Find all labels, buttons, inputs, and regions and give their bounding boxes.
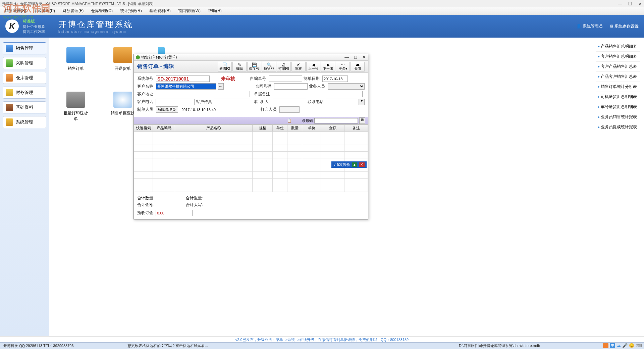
menu-item[interactable]: 窗口管理(W)	[176, 7, 203, 14]
dialog-icon	[136, 55, 140, 59]
dialog-close[interactable]: ✕	[362, 55, 366, 60]
tip-close[interactable]: ✕	[359, 162, 365, 167]
deposit-input[interactable]	[156, 210, 193, 216]
report-links: 产品销售汇总明细表 客户销售汇总明细表 客户产品销售汇总表 产品客户销售汇总表 …	[596, 42, 640, 132]
report-link[interactable]: 产品销售汇总明细表	[596, 42, 640, 52]
report-link[interactable]: 客户产品销售汇总表	[596, 62, 640, 72]
printer-input	[279, 106, 300, 113]
tray-icon[interactable]	[603, 343, 608, 348]
table-row[interactable]	[134, 138, 368, 145]
grid: 快速搜索 产品编码 产品名称 规格 单位 数量 单价 金额 备注	[134, 124, 368, 193]
status-dbpath: D:\河东软件园\开博仓库管理系统\data\kstore.mdb	[459, 343, 540, 348]
tray-icon[interactable]: 中	[610, 343, 615, 348]
sidebar-item-warehouse[interactable]: 仓库管理	[3, 72, 46, 84]
logo: K	[5, 19, 19, 33]
contact-input[interactable]	[273, 99, 306, 105]
minimize-button[interactable]: —	[618, 1, 622, 6]
slogan: 提升企业形象	[23, 24, 45, 29]
report-link[interactable]: 车号送货汇总明细表	[596, 102, 640, 112]
audit-status: 未审核	[221, 76, 235, 82]
bigicon-batchprint[interactable]: 批量打印送货单	[62, 92, 89, 122]
table-row[interactable]	[134, 185, 368, 192]
menubar: 销售管理(S) 采购管理(P) 财务管理(F) 仓库管理(C) 统计报表(R) …	[0, 7, 644, 15]
close-button[interactable]: ✕	[638, 1, 642, 6]
tel-input[interactable]	[156, 99, 195, 105]
settings-link[interactable]: 🖥 系统参数设置	[609, 23, 639, 29]
table-row[interactable]	[134, 172, 368, 179]
maximize-button[interactable]: ❐	[628, 1, 632, 6]
sidebar-item-purchase[interactable]: 采购管理	[3, 57, 46, 69]
sysno-input[interactable]	[156, 76, 210, 82]
status-contact: 开博科技 QQ:29286113 TEL:13929988706	[3, 343, 74, 348]
fax-input[interactable]	[214, 99, 250, 105]
dialog-titlebar: 销售订单(客户订货单) — □ ✕	[134, 54, 368, 61]
tip-expand[interactable]: ▴	[352, 162, 357, 167]
ctel-input[interactable]	[326, 99, 357, 105]
maketime: 2017-10-13 10:18:49	[181, 108, 216, 112]
sidebar-item-basedata[interactable]: 基础资料	[3, 101, 46, 113]
barcode-scan[interactable]: ⊞	[359, 117, 365, 124]
table-row[interactable]	[134, 132, 368, 138]
customer-lookup[interactable]: …	[218, 83, 224, 90]
menu-item[interactable]: 采购管理(P)	[32, 7, 57, 14]
tray-icon[interactable]: ☁	[616, 343, 621, 348]
app-title-cn: 开博仓库管理系统	[58, 19, 133, 30]
edition-badge: 标准版	[23, 18, 45, 24]
menu-item[interactable]: 销售管理(S)	[3, 7, 28, 14]
tb-preview[interactable]: 🔍预览F7	[262, 62, 276, 72]
ctel-dropdown[interactable]: ▾	[359, 99, 365, 105]
report-link[interactable]: 业务员销售统计报表	[596, 112, 640, 122]
tb-close[interactable]: ⏏关闭	[351, 62, 365, 72]
sidebar: 销售管理 采购管理 仓库管理 财务管理 基础资料 系统管理	[0, 38, 49, 336]
menu-item[interactable]: 仓库管理(C)	[89, 7, 115, 14]
dialog-maximize[interactable]: □	[354, 55, 357, 60]
sales-select[interactable]	[328, 83, 365, 90]
tb-more[interactable]: ⋯更多▾	[336, 62, 350, 72]
bigicon-search[interactable]: 销售单据查找	[109, 92, 136, 122]
tb-edit[interactable]: ✎编辑	[232, 62, 247, 72]
tb-audit[interactable]: ✔审核	[291, 62, 306, 72]
bigicon-order[interactable]: 销售订单	[62, 47, 89, 71]
sidebar-item-system[interactable]: 系统管理	[3, 116, 46, 128]
report-link[interactable]: 司机送货汇总明细表	[596, 92, 640, 102]
tray-icon[interactable]: 🎤	[622, 343, 628, 348]
tb-prev[interactable]: ◀上一张	[306, 62, 320, 72]
dialog-minimize[interactable]: —	[344, 55, 349, 60]
report-link[interactable]: 销售订单统计分析表	[596, 82, 640, 92]
table-row[interactable]	[134, 145, 368, 152]
customer-input[interactable]	[156, 83, 216, 90]
tray-icon[interactable]: 😊	[629, 343, 634, 348]
date-input[interactable]	[322, 76, 348, 82]
status-hint: 想更改表格标题栏的文字吗？双击标题栏试试看...	[127, 343, 208, 348]
tb-next[interactable]: ▶下一张	[321, 62, 335, 72]
barcode-input[interactable]	[314, 118, 358, 123]
app-title-en: kaibo store management system	[58, 30, 133, 34]
report-link[interactable]: 产品客户销售汇总表	[596, 72, 640, 82]
menu-item[interactable]: 财务管理(F)	[60, 7, 86, 14]
notice-bar: v2.0已发布，升级办法：菜单-->系统-->在线升级。在微信可看到单据详情，免…	[0, 336, 644, 342]
tb-new[interactable]: 📄新增F2	[218, 62, 232, 72]
tb-print[interactable]: 🖨打印F8	[277, 62, 291, 72]
remark-input[interactable]	[273, 91, 363, 97]
table-row[interactable]	[134, 179, 368, 185]
bigicon-delivery[interactable]: 开送货单	[109, 47, 136, 71]
contract-input[interactable]	[274, 83, 308, 90]
menu-item[interactable]: 基础资料(B)	[147, 7, 173, 14]
report-link[interactable]: 客户销售汇总明细表	[596, 52, 640, 62]
sidebar-item-finance[interactable]: 财务管理	[3, 87, 46, 99]
selfno-input[interactable]	[269, 76, 302, 82]
addr-input[interactable]	[156, 91, 250, 97]
report-link[interactable]: 业务员提成统计报表	[596, 122, 640, 132]
dialog-toolbar: 销售订单 - 编辑 📄新增F2 ✎编辑 💾保存F3 🔍预览F7 🖨打印F8 ✔审…	[134, 61, 368, 73]
admin-link[interactable]: 👤 系统管理员	[576, 23, 602, 29]
price-tip: 近5次售价 ▴ ✕	[331, 161, 367, 168]
sidebar-item-sales[interactable]: 销售管理	[3, 42, 46, 54]
menu-item[interactable]: 统计报表(R)	[118, 7, 144, 14]
table-row[interactable]	[134, 152, 368, 158]
titlebar: 开博科技 - 仓库管理系统 - KAIBO STORE MANAGEMENT S…	[0, 0, 644, 7]
menu-item[interactable]: 帮助(H)	[206, 7, 224, 14]
status-bar: 开博科技 QQ:29286113 TEL:13929988706 想更改表格标题…	[0, 342, 644, 349]
tb-save[interactable]: 💾保存F3	[247, 62, 261, 72]
tray-icon[interactable]: ⌨	[636, 343, 642, 348]
maker-input	[156, 106, 178, 113]
